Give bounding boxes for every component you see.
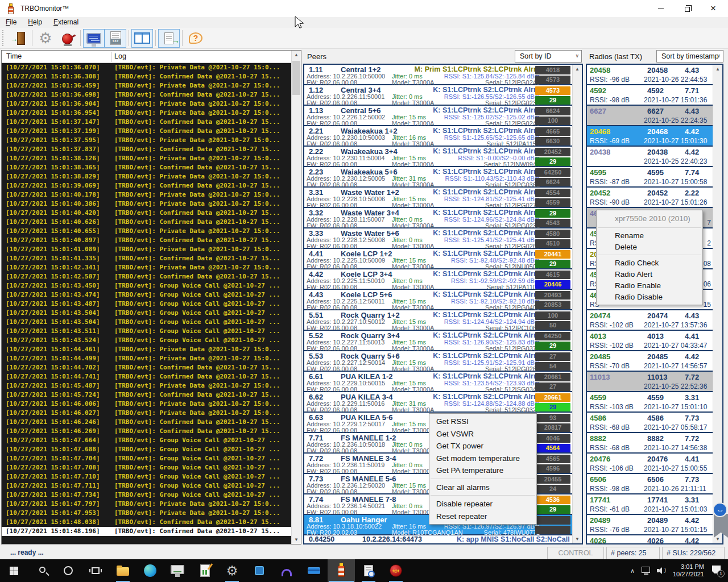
context-menu-item[interactable]: Radio Disable xyxy=(597,292,702,303)
task-view-button[interactable] xyxy=(82,559,109,582)
peers-sort-select[interactable]: Sort by ID∨ xyxy=(515,50,582,63)
tray-expand-icon[interactable]: ∧ xyxy=(630,567,635,575)
volume-icon[interactable]: ) xyxy=(657,567,666,575)
log-row[interactable]: [10/27/2021 15:01:47.953] [TRBO/evt]: Pr… xyxy=(2,509,291,518)
log-row[interactable]: [10/27/2021 15:01:43.511] [TRBO/evt]: Gr… xyxy=(2,327,291,336)
context-menu-item[interactable]: Radio Enable xyxy=(597,280,702,292)
context-menu-item[interactable]: Get PA temperature xyxy=(429,464,536,477)
context-menu-item[interactable]: Rename xyxy=(597,230,702,242)
peer-row[interactable]: 5.52 Rock Quarry 3+4 K: S1:LCPtrnk S2:LC… xyxy=(304,331,582,351)
scroll-thumb[interactable] xyxy=(292,61,300,95)
cube-app-button[interactable] xyxy=(246,559,273,582)
doc-viewer-button[interactable] xyxy=(355,559,382,582)
radio-row[interactable]: 17741 17741 3.31 RSSI: -61 dB 2021-10-27… xyxy=(587,494,722,515)
control-button[interactable]: CONTROL xyxy=(547,547,604,559)
peers-scrollbar[interactable]: ▲ ▼ xyxy=(572,65,582,543)
peer-row[interactable]: 4.41 Koele LCP 1+2 K: S1:LCPtrnk S2:LCPt… xyxy=(304,249,582,269)
alarm-button[interactable] xyxy=(56,29,78,48)
log-row[interactable]: [10/27/2021 15:01:44.741] [TRBO/evt]: Co… xyxy=(2,372,291,381)
server-app-button[interactable] xyxy=(300,559,328,582)
menu-item[interactable]: Help xyxy=(22,17,48,28)
peer-row[interactable]: 4.43 Koele LCP 5+6 K: S1:LCPtrnk S2:LCPt… xyxy=(304,290,582,310)
log-row[interactable]: [10/27/2021 15:01:47.711] [TRBO/evt]: Gr… xyxy=(2,481,291,490)
log-row[interactable]: [10/27/2021 15:01:36.308] [TRBO/evt]: Co… xyxy=(2,72,291,81)
log-row[interactable]: [10/27/2021 15:01:43.504] [TRBO/evt]: Gr… xyxy=(2,309,291,318)
log-row[interactable]: [10/27/2021 15:01:37.147] [TRBO/evt]: Co… xyxy=(2,118,291,127)
log-row[interactable]: [10/27/2021 15:01:39.069] [TRBO/evt]: Co… xyxy=(2,181,291,190)
log-row[interactable]: [10/27/2021 15:01:36.954] [TRBO/evt]: Pr… xyxy=(2,109,291,118)
log-row[interactable]: [10/27/2021 15:01:40.386] [TRBO/evt]: Pr… xyxy=(2,199,291,209)
monitor-view-button[interactable] xyxy=(83,29,105,48)
log-row[interactable]: [10/27/2021 15:01:43.504] [TRBO/evt]: Gr… xyxy=(2,318,291,327)
network-icon[interactable] xyxy=(642,567,650,573)
peer-row[interactable]: 2.21 Waiakeakua 1+2 K: S1:LCPtrnk S2:LCP… xyxy=(304,126,582,147)
peer-row[interactable]: 3.33 Waste Water 5+6 K: S1:LCPtrnk S2:LC… xyxy=(304,228,582,249)
context-menu-item[interactable]: Radio Check xyxy=(597,257,702,269)
context-menu-item[interactable]: xpr7550e 2010 (2010) xyxy=(597,212,702,226)
mnis-peer-row[interactable]: 0.64250 10.2.226.14:64473 K: app MNIS S1… xyxy=(304,535,582,544)
log-row[interactable]: [10/27/2021 15:01:38.126] [TRBO/evt]: Pr… xyxy=(2,154,291,163)
radio-row[interactable]: 8882 8882 7.72 RSSI: -68 dB 2021-10-27 1… xyxy=(587,433,722,454)
menu-item[interactable]: External xyxy=(48,17,84,28)
log-row[interactable]: [10/27/2021 15:01:44.461] [TRBO/evt]: Pr… xyxy=(2,345,291,354)
log-row[interactable]: [10/27/2021 15:01:37.595] [TRBO/evt]: Pr… xyxy=(2,136,291,145)
log-row[interactable]: [10/27/2021 15:01:36.459] [TRBO/evt]: Pr… xyxy=(2,81,291,90)
log-row[interactable]: [10/27/2021 15:01:36.904] [TRBO/evt]: Pr… xyxy=(2,99,291,109)
remote-control-widget[interactable]: ⇔ xyxy=(712,502,728,540)
log-row[interactable]: [10/27/2021 15:01:46.269] [TRBO/evt]: Co… xyxy=(2,427,291,436)
peer-row[interactable]: 3.32 Waste Water 3+4 K: S1:LCPtrnk S2:LC… xyxy=(304,208,582,228)
context-menu-item[interactable]: Get VSWR xyxy=(429,428,536,440)
peer-row[interactable]: 3.31 Waste Water 1+2 K: S1:LCPtrnk S2:LC… xyxy=(304,188,582,208)
log-row[interactable]: [10/27/2021 15:01:44.499] [TRBO/evt]: Pr… xyxy=(2,354,291,363)
log-row[interactable]: [10/27/2021 15:01:43.450] [TRBO/evt]: Gr… xyxy=(2,281,291,290)
start-button[interactable] xyxy=(0,559,27,582)
log-row[interactable]: [10/27/2021 15:01:48.038] [TRBO/evt]: Co… xyxy=(2,518,291,527)
minimize-button[interactable] xyxy=(648,0,674,17)
log-row[interactable]: [10/27/2021 15:01:43.524] [TRBO/evt]: Gr… xyxy=(2,336,291,345)
radio-row[interactable]: 4586 4586 7.73 RSSI: -68 dB 2021-10-27 0… xyxy=(587,413,722,433)
context-menu-item[interactable]: Get modem temperature xyxy=(429,452,536,465)
radio-row[interactable]: 20489 20489 4.42 RSSI: -76 dB 2021-10-27… xyxy=(587,515,722,535)
radio-row[interactable]: 4013 4013 4.41 RSSI: -102 dB 2021-10-27 … xyxy=(587,331,722,351)
log-row[interactable]: [10/27/2021 15:01:45.487] [TRBO/evt]: Pr… xyxy=(2,381,291,390)
radio-row[interactable]: 20458 20458 4.43 RSSI: -96 dB 2021-10-26… xyxy=(587,65,722,85)
radio-row[interactable]: 4592 4592 7.71 RSSI: -98 dB 2021-10-27 1… xyxy=(587,85,722,106)
log-row[interactable]: [10/27/2021 15:01:41.335] [TRBO/evt]: Co… xyxy=(2,254,291,263)
context-menu-item[interactable] xyxy=(598,253,701,255)
context-menu-item[interactable]: Disable repeater xyxy=(429,498,536,510)
context-menu-item[interactable]: Clear all alarms xyxy=(429,481,536,494)
peer-row[interactable]: 2.22 Waiakeakua 3+4 K: S1:LCPtrnk S2:LCP… xyxy=(304,147,582,167)
log-row[interactable]: [10/27/2021 15:01:36.070] [TRBO/evt]: Pr… xyxy=(2,63,291,72)
taskbar-search-button[interactable] xyxy=(27,559,55,582)
radio-row[interactable]: 4026 4026 4.42 xyxy=(587,535,722,544)
log-row[interactable]: [10/27/2021 15:01:40.626] [TRBO/evt]: Co… xyxy=(2,218,291,227)
log-row[interactable]: [10/27/2021 15:01:48.196] [TRBO/evt]: Co… xyxy=(2,527,291,536)
log-row[interactable]: [10/27/2021 15:01:36.698] [TRBO/evt]: Co… xyxy=(2,90,291,99)
log-row[interactable]: [10/27/2021 15:01:38.829] [TRBO/evt]: Pr… xyxy=(2,172,291,181)
log-row[interactable]: [10/27/2021 15:01:47.688] [TRBO/evt]: Gr… xyxy=(2,445,291,454)
radio-row[interactable]: 20438 20438 4.42 2021-10-25 22:40:23 xyxy=(587,147,722,167)
chart-doc-app-button[interactable] xyxy=(191,559,218,582)
close-button[interactable]: × xyxy=(700,0,726,17)
radios-scrollbar[interactable]: ▲ ▼ xyxy=(713,65,722,543)
radios-sort-select[interactable]: Sort by timestamp∨ xyxy=(656,50,723,63)
context-menu-item[interactable]: Delete xyxy=(597,242,702,253)
log-row[interactable]: [10/27/2021 15:01:40.655] [TRBO/evt]: Pr… xyxy=(2,227,291,236)
context-menu-item[interactable]: Get RSSI xyxy=(429,415,536,428)
help-button[interactable]: ? xyxy=(185,29,206,48)
peer-row[interactable]: 1.11 Central 1+2 M: Prim S1:LCPtrnk S2:L… xyxy=(304,65,582,85)
peer-row[interactable]: 1.12 Central 3+4 K: S1:LCPtrnk S2:LCPtrn… xyxy=(304,85,582,106)
log-row[interactable]: [10/27/2021 15:01:47.704] [TRBO/evt]: Gr… xyxy=(2,454,291,463)
context-menu-item[interactable] xyxy=(431,477,535,479)
exit-button[interactable] xyxy=(8,29,30,48)
log-row[interactable]: [10/27/2021 15:01:47.708] [TRBO/evt]: Gr… xyxy=(2,463,291,472)
log-row[interactable]: [10/27/2021 15:01:46.246] [TRBO/evt]: Co… xyxy=(2,418,291,427)
peer-row[interactable]: 5.51 Rock Quarry 1+2 K: S1:LCPtrnk S2:LC… xyxy=(304,310,582,331)
log-row[interactable]: [10/27/2021 15:01:42.341] [TRBO/evt]: Pr… xyxy=(2,263,291,272)
log-row[interactable]: [10/27/2021 15:01:47.664] [TRBO/evt]: Gr… xyxy=(2,436,291,445)
scroll-up-icon[interactable]: ▲ xyxy=(573,66,582,72)
context-menu-item[interactable] xyxy=(598,226,701,228)
log-row[interactable]: [10/27/2021 15:01:40.178] [TRBO/evt]: Pr… xyxy=(2,190,291,199)
peer-row[interactable]: 6.62 PUA KILEA 3-4 K: S1:LCPtrnk S2:LCPt… xyxy=(304,392,582,413)
scroll-down-icon[interactable]: ▼ xyxy=(573,537,582,542)
